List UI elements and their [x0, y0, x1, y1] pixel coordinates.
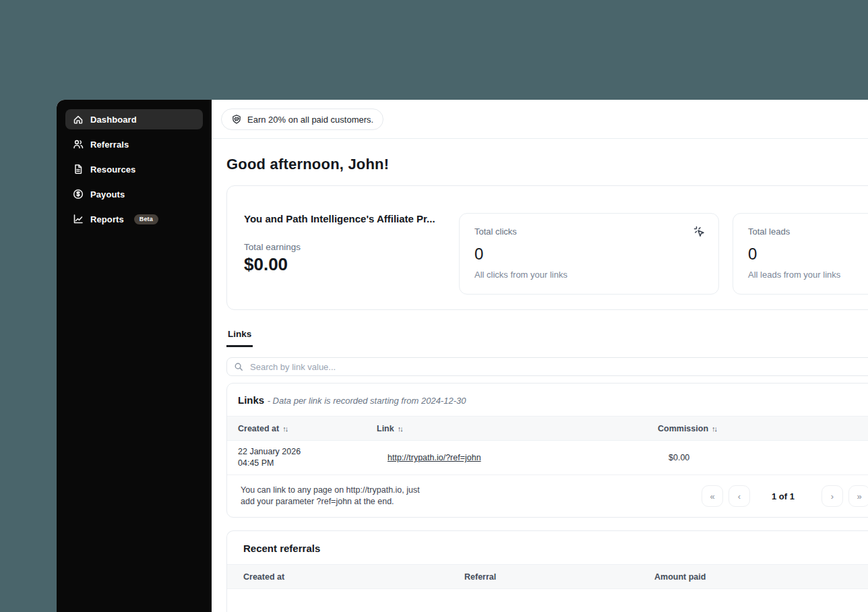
sidebar-item-label: Payouts — [90, 189, 125, 200]
search-box — [226, 357, 868, 376]
links-card-subtitle: - Data per link is recorded starting fro… — [268, 396, 466, 406]
column-commission[interactable]: Commission ↑↓ — [658, 424, 868, 433]
links-card-header: Links - Data per link is recorded starti… — [227, 384, 868, 416]
last-page-button[interactable]: » — [848, 485, 868, 507]
prev-page-button[interactable]: ‹ — [728, 485, 750, 507]
column-created-at: Created at — [227, 572, 464, 582]
column-link[interactable]: Link ↑↓ — [377, 424, 658, 433]
sort-icon: ↑↓ — [282, 425, 287, 433]
page-indicator: 1 of 1 — [772, 491, 795, 501]
users-icon — [73, 139, 84, 150]
total-clicks-value: 0 — [474, 245, 704, 264]
earnings-column: You and Path Intelligence's Affiliate Pr… — [244, 213, 443, 293]
recent-referrals-card: Recent referrals Created at Referral Amo… — [226, 530, 868, 612]
total-earnings-value: $0.00 — [244, 254, 443, 275]
chart-icon — [73, 214, 84, 224]
cell-commission: $0.00 — [669, 453, 868, 462]
earn-banner[interactable]: Earn 20% on all paid customers. — [221, 109, 383, 130]
main-area: Earn 20% on all paid customers. Good aft… — [212, 100, 868, 612]
sidebar-item-label: Reports — [90, 214, 124, 224]
sidebar-item-label: Resources — [90, 164, 135, 175]
app-window: Dashboard Referrals Resources Payouts Re… — [57, 100, 868, 612]
total-leads-card: Total leads 0 All leads from your links — [733, 213, 868, 295]
total-earnings-label: Total earnings — [244, 242, 443, 252]
links-card-title: Links — [238, 394, 264, 406]
referrals-table-header: Created at Referral Amount paid — [227, 564, 868, 589]
tab-bar: Links — [226, 328, 868, 347]
sidebar-item-label: Dashboard — [90, 115, 137, 125]
document-icon — [73, 164, 84, 175]
links-card-footer: You can link to any page on http://trypa… — [227, 475, 868, 517]
sidebar-item-payouts[interactable]: Payouts — [65, 184, 203, 204]
total-leads-caption: All leads from your links — [748, 270, 868, 280]
handshake-icon — [231, 114, 242, 125]
sidebar-item-reports[interactable]: Reports Beta — [65, 209, 203, 229]
content: Good afternoon, John! You and Path Intel… — [212, 139, 868, 612]
links-card: Links - Data per link is recorded starti… — [226, 383, 868, 518]
sidebar-item-resources[interactable]: Resources — [65, 159, 203, 179]
home-icon — [73, 114, 84, 125]
sidebar-item-dashboard[interactable]: Dashboard — [65, 109, 203, 129]
earn-banner-text: Earn 20% on all paid customers. — [247, 115, 373, 125]
total-clicks-card: Total clicks 0 All clicks from your link… — [459, 213, 719, 295]
column-referral: Referral — [464, 572, 654, 582]
summary-card: You and Path Intelligence's Affiliate Pr… — [226, 185, 868, 310]
sidebar: Dashboard Referrals Resources Payouts Re… — [57, 100, 212, 612]
beta-badge: Beta — [134, 214, 158, 224]
next-page-button[interactable]: › — [822, 485, 843, 507]
dollar-icon — [73, 189, 84, 200]
tab-links[interactable]: Links — [226, 329, 253, 347]
first-page-button[interactable]: « — [702, 485, 723, 507]
pagination: « ‹ 1 of 1 › » — [702, 485, 868, 507]
total-leads-label: Total leads — [748, 226, 868, 237]
column-amount-paid: Amount paid — [654, 572, 868, 582]
link-usage-note: You can link to any page on http://trypa… — [227, 485, 420, 508]
topbar: Earn 20% on all paid customers. — [212, 100, 868, 139]
cell-created-at: 22 January 2026 04:45 PM — [227, 446, 388, 470]
total-clicks-caption: All clicks from your links — [474, 270, 704, 280]
search-input[interactable] — [249, 361, 868, 373]
total-leads-value: 0 — [748, 245, 868, 264]
sort-icon: ↑↓ — [712, 425, 716, 433]
sidebar-item-referrals[interactable]: Referrals — [65, 134, 203, 154]
column-created-at[interactable]: Created at ↑↓ — [227, 424, 377, 433]
cursor-click-icon — [693, 225, 705, 240]
search-icon — [234, 362, 243, 371]
referral-link[interactable]: http://trypath.io/?ref=john — [388, 453, 481, 462]
cell-link: http://trypath.io/?ref=john — [388, 453, 669, 462]
total-clicks-label: Total clicks — [474, 226, 704, 237]
sidebar-item-label: Referrals — [90, 140, 129, 150]
recent-referrals-title: Recent referrals — [227, 531, 868, 564]
links-table-header: Created at ↑↓ Link ↑↓ Commission ↑↓ — [227, 416, 868, 441]
page-title: Good afternoon, John! — [226, 156, 868, 173]
program-title: You and Path Intelligence's Affiliate Pr… — [244, 213, 443, 224]
table-row: 22 January 2026 04:45 PM http://trypath.… — [227, 441, 868, 475]
sort-icon: ↑↓ — [398, 425, 402, 433]
